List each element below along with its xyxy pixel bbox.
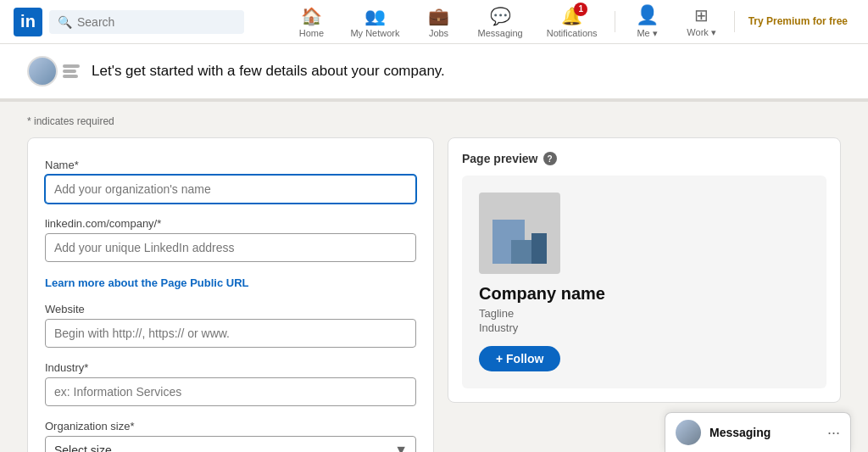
- url-label: linkedin.com/company/*: [45, 217, 416, 230]
- jobs-icon: 💼: [428, 6, 449, 26]
- messaging-icon: 💬: [490, 6, 511, 26]
- notifications-icon: 🔔 1: [561, 6, 582, 26]
- org-size-label: Organization size*: [45, 420, 416, 432]
- org-size-field-group: Organization size* Select size 1-10 empl…: [45, 420, 416, 452]
- work-label: Work ▾: [687, 27, 716, 38]
- messaging-widget[interactable]: Messaging ···: [665, 412, 851, 452]
- home-icon: 🏠: [301, 6, 322, 26]
- preview-logo: [479, 193, 560, 274]
- main-content: * indicates required Name* linkedin.com/…: [10, 102, 858, 452]
- banner: Let's get started with a few details abo…: [0, 44, 868, 102]
- preview-company-name: Company name: [479, 284, 605, 304]
- website-field-group: Website: [45, 303, 416, 348]
- preview-industry: Industry: [479, 321, 518, 334]
- preview-panel: Page preview ? Company name Tagline Indu…: [448, 137, 841, 403]
- me-label: Me ▾: [637, 28, 657, 39]
- notifications-label: Notifications: [547, 28, 598, 38]
- org-size-select-wrapper: Select size 1-10 employees 11-50 employe…: [45, 436, 416, 452]
- notifications-badge: 1: [574, 3, 587, 16]
- required-note: * indicates required: [27, 115, 841, 127]
- messaging-avatar: [676, 420, 701, 445]
- url-field-group: linkedin.com/company/*: [45, 217, 416, 262]
- search-bar[interactable]: 🔍: [49, 10, 244, 34]
- network-label: My Network: [350, 28, 399, 38]
- messaging-more-icon[interactable]: ···: [827, 424, 840, 442]
- nav-divider-2: [734, 11, 735, 32]
- search-icon: 🔍: [58, 15, 72, 29]
- industry-field-group: Industry*: [45, 361, 416, 406]
- banner-lines: [63, 64, 80, 78]
- work-icon: ⊞: [694, 5, 709, 25]
- preview-logo-inner: [479, 193, 560, 274]
- nav-item-notifications[interactable]: 🔔 1 Notifications: [537, 4, 608, 39]
- search-input[interactable]: [77, 15, 236, 29]
- preview-card: Company name Tagline Industry + Follow: [462, 176, 826, 388]
- banner-avatar: [27, 56, 58, 86]
- name-field-group: Name*: [45, 159, 416, 204]
- nav-item-me[interactable]: 👤 Me ▾: [622, 4, 673, 39]
- nav-item-jobs[interactable]: 💼 Jobs: [414, 4, 465, 39]
- network-icon: 👥: [364, 6, 386, 26]
- url-input[interactable]: [45, 233, 416, 262]
- website-label: Website: [45, 303, 416, 315]
- learn-more-link[interactable]: Learn more about the Page Public URL: [45, 276, 249, 289]
- premium-link[interactable]: Try Premium for free: [742, 4, 854, 39]
- me-avatar-icon: 👤: [636, 4, 659, 26]
- nav-item-messaging[interactable]: 💬 Messaging: [468, 4, 533, 39]
- logo-block-3: [531, 233, 547, 264]
- form-panel: Name* linkedin.com/company/* Learn more …: [27, 137, 434, 452]
- industry-label: Industry*: [45, 361, 416, 374]
- nav-items: 🏠 Home 👥 My Network 💼 Jobs 💬 Messaging 🔔…: [286, 4, 854, 39]
- preview-title: Page preview ?: [462, 152, 826, 165]
- learn-more-group: Learn more about the Page Public URL: [45, 276, 416, 289]
- preview-tagline: Tagline: [479, 307, 514, 320]
- website-input[interactable]: [45, 319, 416, 348]
- messaging-nav-label: Messaging: [478, 28, 523, 38]
- industry-input[interactable]: [45, 377, 416, 406]
- nav-item-home[interactable]: 🏠 Home: [286, 4, 337, 39]
- home-label: Home: [299, 28, 324, 38]
- org-size-select[interactable]: Select size 1-10 employees 11-50 employe…: [45, 436, 416, 452]
- banner-text: Let's get started with a few details abo…: [92, 63, 445, 80]
- form-and-preview: Name* linkedin.com/company/* Learn more …: [27, 137, 841, 452]
- nav-divider: [615, 11, 615, 32]
- name-input[interactable]: [45, 175, 416, 204]
- name-label: Name*: [45, 159, 416, 171]
- nav-item-my-network[interactable]: 👥 My Network: [340, 4, 409, 39]
- messaging-label: Messaging: [709, 426, 819, 439]
- linkedin-logo[interactable]: in: [14, 8, 42, 36]
- navbar: in 🔍 🏠 Home 👥 My Network 💼 Jobs 💬 Messag…: [0, 0, 868, 44]
- follow-button[interactable]: + Follow: [479, 346, 560, 371]
- jobs-label: Jobs: [429, 28, 448, 38]
- nav-item-work[interactable]: ⊞ Work ▾: [676, 4, 727, 39]
- preview-title-text: Page preview: [462, 152, 538, 165]
- help-icon[interactable]: ?: [543, 152, 557, 165]
- banner-icon-stack: [27, 56, 80, 86]
